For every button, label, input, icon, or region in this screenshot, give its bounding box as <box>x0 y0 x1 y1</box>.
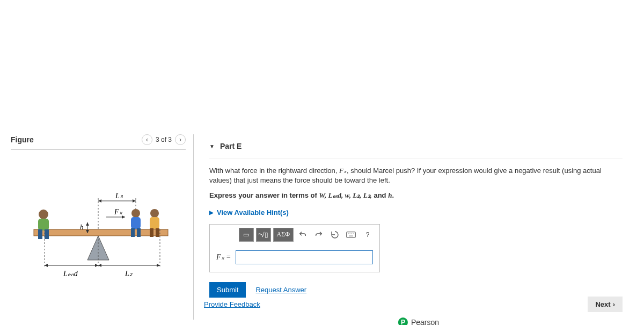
brand-footer: P Pearson <box>398 317 439 325</box>
svg-rect-1 <box>34 229 168 236</box>
express-instruction: Express your answer in terms of W, Lₑₙd,… <box>209 191 617 200</box>
figure-header: Figure ‹ 3 of 3 › <box>11 134 186 150</box>
svg-point-25 <box>131 209 140 218</box>
figure-title: Figure <box>11 135 34 144</box>
help-button[interactable]: ? <box>360 228 375 242</box>
svg-marker-11 <box>98 264 101 267</box>
svg-marker-15 <box>133 199 136 203</box>
footer-row: Provide Feedback Next › <box>204 297 623 312</box>
label-Fx: Fₓ <box>114 208 123 216</box>
svg-rect-23 <box>38 229 42 239</box>
figure-panel: Figure ‹ 3 of 3 › <box>0 134 193 325</box>
keyboard-button[interactable] <box>344 228 358 242</box>
chevron-right-icon: ▶ <box>209 210 214 215</box>
root-tool-button[interactable]: ⁿ√▯ <box>256 228 271 242</box>
svg-rect-28 <box>137 228 141 237</box>
svg-rect-24 <box>45 229 49 239</box>
collapse-caret-icon: ▼ <box>209 143 215 149</box>
template-tool-button[interactable]: ▭ <box>239 228 254 242</box>
next-button[interactable]: Next › <box>588 297 623 312</box>
redo-button[interactable] <box>312 228 326 242</box>
svg-point-29 <box>150 209 159 218</box>
chevron-right-icon: › <box>613 300 615 308</box>
svg-rect-33 <box>347 232 356 237</box>
part-header[interactable]: ▼ Part E <box>209 134 623 158</box>
answer-box: ▭ ⁿ√▯ ΑΣΦ ? <box>209 224 380 272</box>
figure-pager: ‹ 3 of 3 › <box>142 134 186 145</box>
figure-next-button[interactable]: › <box>175 134 186 145</box>
svg-marker-20 <box>122 215 125 219</box>
pearson-logo-icon: P <box>398 317 408 325</box>
question-body: With what force in the rightward directi… <box>209 158 617 298</box>
svg-marker-8 <box>45 264 48 267</box>
svg-rect-32 <box>156 228 159 237</box>
submit-button[interactable]: Submit <box>209 282 246 298</box>
label-h: h <box>80 223 84 231</box>
request-answer-link[interactable]: Request Answer <box>255 286 306 294</box>
view-hints-button[interactable]: ▶ View Available Hint(s) <box>209 208 617 216</box>
label-Lend: Lₑₙd <box>63 270 78 278</box>
figure-pager-text: 3 of 3 <box>156 136 172 143</box>
answer-row: Fₓ = <box>210 245 379 272</box>
svg-rect-30 <box>150 217 159 229</box>
svg-marker-14 <box>98 199 101 203</box>
answer-variable-label: Fₓ = <box>216 252 231 262</box>
label-L2: L₂ <box>125 270 133 278</box>
label-L3: L₃ <box>115 192 123 200</box>
svg-marker-12 <box>157 264 160 267</box>
reset-button[interactable] <box>328 228 342 242</box>
view-hints-label: View Available Hint(s) <box>217 208 289 216</box>
provide-feedback-link[interactable]: Provide Feedback <box>204 300 260 308</box>
svg-rect-31 <box>150 228 153 237</box>
answer-actions: Submit Request Answer <box>209 282 617 298</box>
part-label: Part E <box>220 142 241 150</box>
answer-input[interactable] <box>236 250 374 264</box>
undo-button[interactable] <box>296 228 310 242</box>
svg-rect-27 <box>131 228 135 237</box>
question-text: With what force in the rightward directi… <box>209 166 617 185</box>
greek-tool-button[interactable]: ΑΣΦ <box>273 228 294 242</box>
brand-name: Pearson <box>411 318 439 325</box>
equation-toolbar: ▭ ⁿ√▯ ΑΣΦ ? <box>210 225 379 245</box>
question-panel: ▼ Part E With what force in the rightwar… <box>193 134 644 325</box>
svg-rect-26 <box>131 217 141 229</box>
svg-point-21 <box>39 210 48 219</box>
figure-prev-button[interactable]: ‹ <box>142 134 152 145</box>
svg-rect-22 <box>38 219 49 230</box>
figure-image: L₃ Fₓ h Lₑₙd L₂ <box>11 171 186 279</box>
svg-marker-17 <box>86 222 89 226</box>
svg-marker-9 <box>95 264 98 267</box>
